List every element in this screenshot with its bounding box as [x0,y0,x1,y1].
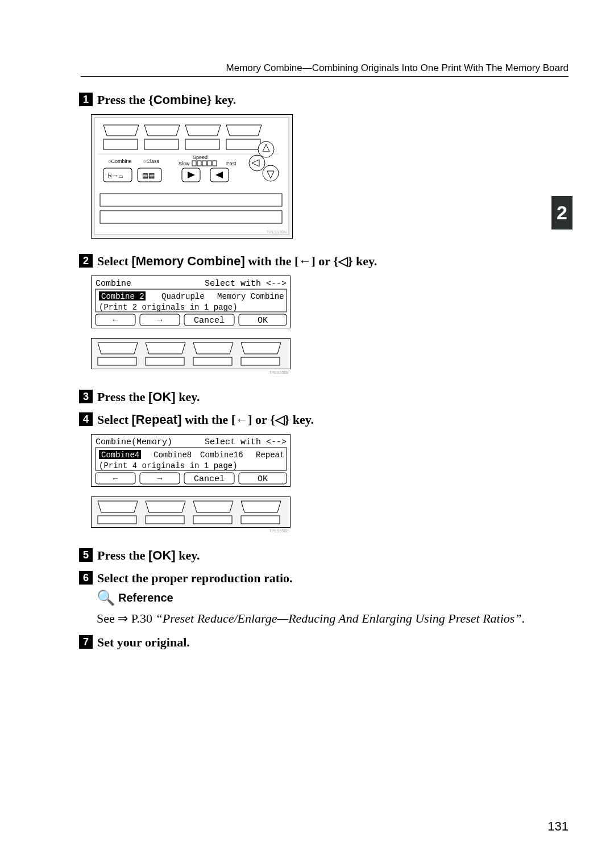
keycap-combine: Combine [154,93,207,107]
figure-lcd-combine-memory: Combine(Memory) Select with <--> Combine… [91,434,569,533]
svg-marker-2 [103,125,139,136]
svg-text:→: → [157,474,162,484]
svg-text:Quadruple: Quadruple [161,292,205,301]
svg-rect-7 [144,139,179,149]
svg-rect-6 [103,139,138,149]
step-text: key. [176,390,200,404]
svg-text:(Print 4 originals in 1 page): (Print 4 originals in 1 page) [99,461,238,470]
step-6: 6 Select the proper reproduction ratio. [79,571,569,586]
step-number-icon: 1 [79,93,93,106]
step-text: key. [176,548,200,562]
reference-heading: 🔍 Reference [97,589,569,607]
svg-marker-87 [241,501,281,512]
page-body: Memory Combine—Combining Originals Into … [0,0,614,687]
step-4: 4 Select [Repeat] with the [←] or {◁} ke… [79,412,569,427]
svg-marker-57 [146,343,185,354]
svg-text:Combine: Combine [96,279,131,289]
svg-text:Fast: Fast [226,161,237,166]
svg-text:Slow: Slow [179,161,190,166]
svg-marker-59 [241,343,281,354]
step-number-icon: 5 [79,548,93,562]
chapter-tab: 2 [551,196,572,229]
left-arrow-icon: ← [298,254,311,268]
svg-text:○Combine: ○Combine [108,158,131,164]
svg-text:TPES170N: TPES170N [267,230,287,234]
step-text: Select [97,254,131,268]
reference-body: See ⇒ P.30 “Preset Reduce/Enlarge—Reduci… [97,610,569,627]
step-3: 3 Press the [OK] key. [79,390,569,404]
svg-marker-85 [146,501,185,512]
svg-text:←: ← [113,316,118,326]
svg-marker-84 [98,501,138,512]
svg-text:Repeat: Repeat [256,450,284,460]
step-7: 7 Set your original. [79,635,569,650]
svg-text:TPES550E: TPES550E [269,529,289,533]
svg-text:→: → [157,316,162,326]
step-text: Select [97,412,131,427]
svg-marker-86 [193,501,233,512]
svg-text:←: ← [113,474,118,484]
triangle-left-icon: ◁ [338,254,348,268]
menu-memory-combine: [Memory Combine] [131,254,244,268]
step-text: Press the [97,93,148,107]
svg-text:Select with <-->: Select with <--> [205,437,287,447]
svg-text:Speed: Speed [193,155,208,160]
svg-marker-56 [98,343,138,354]
step-1: 1 Press the {Combine} key. [79,93,569,107]
step-5: 5 Press the [OK] key. [79,548,569,563]
menu-repeat: [Repeat] [131,412,181,427]
svg-text:○Class: ○Class [143,158,159,164]
svg-rect-17 [197,161,201,166]
step-number-icon: 6 [79,571,93,585]
svg-text:Combine4: Combine4 [101,450,139,460]
step-text: with the [ [181,412,235,427]
svg-marker-4 [185,125,221,136]
step-text: key. [289,412,314,427]
svg-rect-35 [100,194,282,206]
svg-text:TPES550E: TPES550E [269,370,289,374]
svg-rect-9 [226,139,260,149]
step-text: key. [212,93,237,107]
step-text: Press the [97,548,148,562]
svg-text:Combine 2: Combine 2 [101,292,144,301]
svg-text:(Print 2 originals in 1 page): (Print 2 originals in 1 page) [99,303,238,312]
figure-lcd-combine: Combine Select with <--> Combine 2 Quadr… [91,276,569,375]
svg-text:Combine16: Combine16 [200,450,243,460]
svg-rect-36 [100,211,282,223]
svg-text:Combine(Memory): Combine(Memory) [96,437,172,447]
magnifier-icon: 🔍 [97,589,115,607]
svg-rect-60 [98,357,136,365]
left-arrow-icon: ← [235,412,248,427]
figure-device-panel: ○Combine ○Class Speed Slow Fast ⎘→▭ ▤▤ [91,114,569,239]
page-number: 131 [547,819,569,834]
step-text: with the [ [245,254,299,268]
svg-rect-91 [241,516,280,524]
step-number-icon: 3 [79,390,93,403]
svg-rect-89 [146,516,184,524]
keycap-ok: [OK] [148,548,176,562]
svg-marker-5 [226,125,262,136]
svg-marker-58 [193,343,233,354]
step-text: Set your original. [97,635,190,650]
svg-rect-90 [193,516,232,524]
svg-rect-16 [192,161,196,166]
step-text: key. [352,254,377,268]
svg-rect-63 [241,357,280,365]
svg-rect-88 [98,516,136,524]
svg-text:Cancel: Cancel [194,474,225,484]
step-text: Select the proper reproduction ratio. [97,571,293,586]
step-number-icon: 7 [79,635,93,649]
svg-text:Combine8: Combine8 [154,450,192,460]
svg-rect-19 [208,161,211,166]
keycap-ok: [OK] [148,390,176,404]
svg-text:Memory Combine: Memory Combine [217,292,284,301]
step-number-icon: 2 [79,254,93,268]
svg-text:OK: OK [258,316,268,326]
step-number-icon: 4 [79,412,93,426]
svg-text:▤▤: ▤▤ [142,172,155,180]
svg-text:Select with <-->: Select with <--> [205,279,287,289]
step-text: ] or [311,254,333,268]
triangle-left-icon: ◁ [275,412,285,427]
step-2: 2 Select [Memory Combine] with the [←] o… [79,254,569,269]
svg-text:OK: OK [258,474,268,484]
